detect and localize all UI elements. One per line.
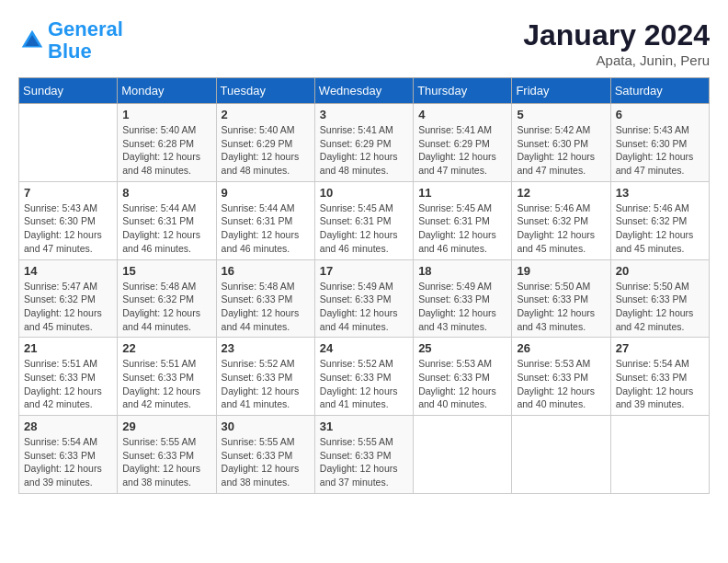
day-info: Sunrise: 5:49 AM Sunset: 6:33 PM Dayligh… [418, 280, 506, 334]
calendar-cell: 9Sunrise: 5:44 AM Sunset: 6:31 PM Daylig… [216, 181, 314, 259]
calendar-cell: 18Sunrise: 5:49 AM Sunset: 6:33 PM Dayli… [414, 259, 512, 338]
day-number: 30 [222, 419, 310, 433]
day-info: Sunrise: 5:43 AM Sunset: 6:30 PM Dayligh… [616, 123, 704, 178]
day-number: 22 [122, 341, 210, 355]
logo: General Blue [18, 18, 123, 63]
day-info: Sunrise: 5:54 AM Sunset: 6:33 PM Dayligh… [24, 435, 112, 489]
day-number: 26 [517, 341, 605, 355]
day-info: Sunrise: 5:49 AM Sunset: 6:33 PM Dayligh… [320, 280, 408, 334]
calendar-cell [610, 416, 709, 494]
calendar-cell: 25Sunrise: 5:53 AM Sunset: 6:33 PM Dayli… [414, 338, 512, 416]
day-number: 4 [418, 108, 506, 121]
calendar-cell: 14Sunrise: 5:47 AM Sunset: 6:32 PM Dayli… [19, 259, 118, 338]
calendar-cell: 22Sunrise: 5:51 AM Sunset: 6:33 PM Dayli… [118, 338, 216, 416]
day-number: 14 [24, 264, 112, 278]
weekday-header-thursday: Thursday [414, 78, 512, 104]
weekday-header-tuesday: Tuesday [216, 78, 314, 104]
weekday-header-wednesday: Wednesday [314, 78, 413, 104]
logo-line2: Blue [48, 40, 92, 63]
day-number: 19 [517, 264, 605, 278]
calendar-week-row: 21Sunrise: 5:51 AM Sunset: 6:33 PM Dayli… [19, 338, 710, 416]
calendar-cell: 4Sunrise: 5:41 AM Sunset: 6:29 PM Daylig… [414, 104, 512, 182]
calendar-cell: 30Sunrise: 5:55 AM Sunset: 6:33 PM Dayli… [216, 416, 314, 494]
day-number: 27 [616, 341, 704, 355]
calendar-cell: 10Sunrise: 5:45 AM Sunset: 6:31 PM Dayli… [314, 181, 413, 259]
day-number: 24 [320, 341, 408, 355]
day-info: Sunrise: 5:45 AM Sunset: 6:31 PM Dayligh… [320, 201, 408, 256]
calendar-cell: 8Sunrise: 5:44 AM Sunset: 6:31 PM Daylig… [118, 181, 216, 259]
day-info: Sunrise: 5:48 AM Sunset: 6:33 PM Dayligh… [222, 280, 310, 334]
day-number: 1 [122, 108, 210, 121]
day-info: Sunrise: 5:40 AM Sunset: 6:29 PM Dayligh… [222, 123, 310, 178]
calendar-cell: 13Sunrise: 5:46 AM Sunset: 6:32 PM Dayli… [610, 181, 709, 259]
location-subtitle: Apata, Junin, Peru [523, 52, 710, 68]
weekday-header-row: SundayMondayTuesdayWednesdayThursdayFrid… [19, 78, 710, 104]
calendar-cell [414, 416, 512, 494]
day-info: Sunrise: 5:42 AM Sunset: 6:30 PM Dayligh… [517, 123, 605, 178]
day-info: Sunrise: 5:50 AM Sunset: 6:33 PM Dayligh… [517, 280, 605, 334]
day-number: 20 [616, 264, 704, 278]
calendar-cell: 26Sunrise: 5:53 AM Sunset: 6:33 PM Dayli… [512, 338, 610, 416]
calendar-cell: 31Sunrise: 5:55 AM Sunset: 6:33 PM Dayli… [314, 416, 413, 494]
calendar-cell [19, 104, 118, 182]
day-info: Sunrise: 5:45 AM Sunset: 6:31 PM Dayligh… [418, 201, 506, 256]
calendar-cell: 19Sunrise: 5:50 AM Sunset: 6:33 PM Dayli… [512, 259, 610, 338]
calendar-week-row: 14Sunrise: 5:47 AM Sunset: 6:32 PM Dayli… [19, 259, 710, 338]
calendar-cell: 11Sunrise: 5:45 AM Sunset: 6:31 PM Dayli… [414, 181, 512, 259]
day-info: Sunrise: 5:53 AM Sunset: 6:33 PM Dayligh… [418, 357, 506, 411]
day-info: Sunrise: 5:53 AM Sunset: 6:33 PM Dayligh… [517, 357, 605, 411]
day-number: 5 [517, 108, 605, 121]
calendar-cell: 3Sunrise: 5:41 AM Sunset: 6:29 PM Daylig… [314, 104, 413, 182]
calendar-cell: 15Sunrise: 5:48 AM Sunset: 6:32 PM Dayli… [118, 259, 216, 338]
weekday-header-saturday: Saturday [610, 78, 709, 104]
calendar-cell: 29Sunrise: 5:55 AM Sunset: 6:33 PM Dayli… [118, 416, 216, 494]
day-info: Sunrise: 5:47 AM Sunset: 6:32 PM Dayligh… [24, 280, 112, 334]
calendar-table: SundayMondayTuesdayWednesdayThursdayFrid… [18, 77, 710, 494]
day-number: 17 [320, 264, 408, 278]
calendar-cell: 17Sunrise: 5:49 AM Sunset: 6:33 PM Dayli… [314, 259, 413, 338]
weekday-header-sunday: Sunday [19, 78, 118, 104]
calendar-cell [512, 416, 610, 494]
weekday-header-friday: Friday [512, 78, 610, 104]
day-info: Sunrise: 5:46 AM Sunset: 6:32 PM Dayligh… [517, 201, 605, 256]
day-number: 16 [222, 264, 310, 278]
calendar-cell: 28Sunrise: 5:54 AM Sunset: 6:33 PM Dayli… [19, 416, 118, 494]
day-info: Sunrise: 5:44 AM Sunset: 6:31 PM Dayligh… [122, 201, 210, 256]
day-info: Sunrise: 5:48 AM Sunset: 6:32 PM Dayligh… [122, 280, 210, 334]
calendar-week-row: 1Sunrise: 5:40 AM Sunset: 6:28 PM Daylig… [19, 104, 710, 182]
day-number: 15 [122, 264, 210, 278]
day-info: Sunrise: 5:55 AM Sunset: 6:33 PM Dayligh… [320, 435, 408, 489]
calendar-cell: 6Sunrise: 5:43 AM Sunset: 6:30 PM Daylig… [610, 104, 709, 182]
calendar-cell: 1Sunrise: 5:40 AM Sunset: 6:28 PM Daylig… [118, 104, 216, 182]
day-number: 11 [418, 186, 506, 200]
day-number: 21 [24, 341, 112, 355]
day-info: Sunrise: 5:52 AM Sunset: 6:33 PM Dayligh… [222, 357, 310, 411]
day-number: 29 [122, 419, 210, 433]
day-info: Sunrise: 5:55 AM Sunset: 6:33 PM Dayligh… [122, 435, 210, 489]
day-info: Sunrise: 5:40 AM Sunset: 6:28 PM Dayligh… [122, 123, 210, 178]
logo-line1: General [48, 17, 123, 40]
day-info: Sunrise: 5:41 AM Sunset: 6:29 PM Dayligh… [418, 123, 506, 178]
calendar-cell: 23Sunrise: 5:52 AM Sunset: 6:33 PM Dayli… [216, 338, 314, 416]
day-number: 10 [320, 186, 408, 200]
day-number: 3 [320, 108, 408, 121]
day-number: 9 [222, 186, 310, 200]
calendar-cell: 5Sunrise: 5:42 AM Sunset: 6:30 PM Daylig… [512, 104, 610, 182]
calendar-cell: 21Sunrise: 5:51 AM Sunset: 6:33 PM Dayli… [19, 338, 118, 416]
calendar-week-row: 7Sunrise: 5:43 AM Sunset: 6:30 PM Daylig… [19, 181, 710, 259]
day-info: Sunrise: 5:50 AM Sunset: 6:33 PM Dayligh… [616, 280, 704, 334]
day-info: Sunrise: 5:44 AM Sunset: 6:31 PM Dayligh… [222, 201, 310, 256]
day-number: 8 [122, 186, 210, 200]
calendar-cell: 2Sunrise: 5:40 AM Sunset: 6:29 PM Daylig… [216, 104, 314, 182]
day-info: Sunrise: 5:52 AM Sunset: 6:33 PM Dayligh… [320, 357, 408, 411]
day-info: Sunrise: 5:43 AM Sunset: 6:30 PM Dayligh… [24, 201, 112, 256]
day-number: 25 [418, 341, 506, 355]
day-number: 18 [418, 264, 506, 278]
day-number: 12 [517, 186, 605, 200]
weekday-header-monday: Monday [118, 78, 216, 104]
day-number: 2 [222, 108, 310, 121]
logo-text: General Blue [48, 18, 123, 63]
calendar-cell: 7Sunrise: 5:43 AM Sunset: 6:30 PM Daylig… [19, 181, 118, 259]
day-info: Sunrise: 5:41 AM Sunset: 6:29 PM Dayligh… [320, 123, 408, 178]
day-number: 23 [222, 341, 310, 355]
